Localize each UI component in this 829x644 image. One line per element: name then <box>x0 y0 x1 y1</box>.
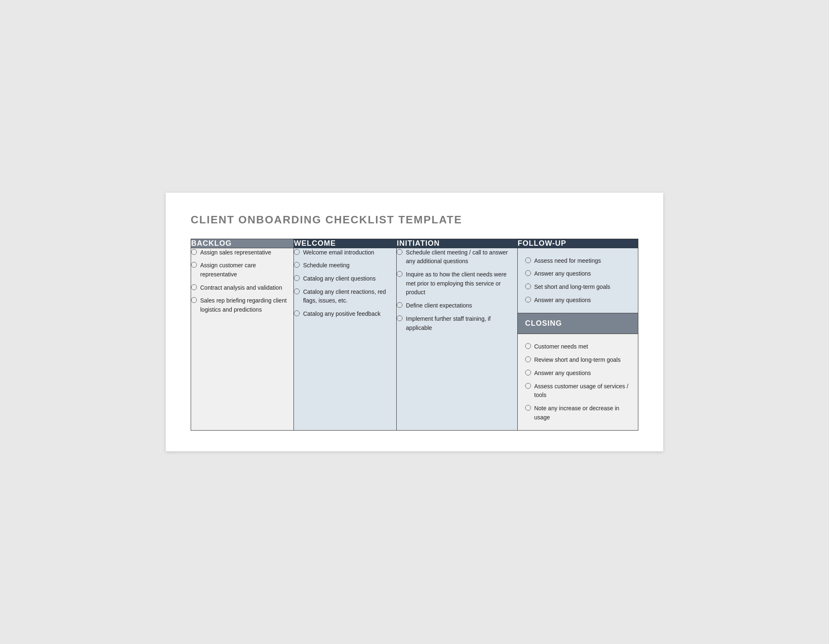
bullet-icon <box>191 262 197 268</box>
item-text: Review short and long-term goals <box>534 356 630 365</box>
bullet-icon <box>191 297 197 303</box>
bullet-icon <box>294 288 300 294</box>
bullet-icon <box>525 283 531 289</box>
list-item: Inquire as to how the client needs were … <box>397 270 517 297</box>
bullet-icon <box>397 315 402 321</box>
initiation-body: Schedule client meeting / call to answer… <box>397 248 517 431</box>
list-item: Answer any questions <box>525 269 630 278</box>
item-text: Implement further staff training, if app… <box>406 315 517 332</box>
item-text: Assign sales representative <box>200 248 293 257</box>
bullet-icon <box>294 310 300 316</box>
bullet-icon <box>191 284 197 290</box>
bullet-icon <box>294 262 300 268</box>
item-text: Answer any questions <box>534 269 630 278</box>
list-item: Catalog any positive feedback <box>294 310 396 319</box>
item-text: Schedule client meeting / call to answer… <box>406 248 517 266</box>
list-item: Welcome email introduction <box>294 248 396 257</box>
item-text: Catalog any positive feedback <box>303 310 396 319</box>
list-item: Customer needs met <box>525 342 630 351</box>
closing-list: Customer needs metReview short and long-… <box>525 342 630 422</box>
header-row: BACKLOG WELCOME INITIATION FOLLOW-UP <box>191 239 638 248</box>
bullet-icon <box>294 249 300 255</box>
followup-header: FOLLOW-UP <box>517 239 638 248</box>
initiation-header: INITIATION <box>397 239 517 248</box>
backlog-list: Assign sales representativeAssign custom… <box>191 248 293 315</box>
item-text: Set short and long-term goals <box>534 283 630 292</box>
bullet-icon <box>525 356 531 362</box>
list-item: Implement further staff training, if app… <box>397 315 517 332</box>
list-item: Assign sales representative <box>191 248 293 257</box>
page-container: CLIENT ONBOARDING CHECKLIST TEMPLATE BAC… <box>166 193 663 452</box>
list-item: Catalog any client questions <box>294 274 396 283</box>
welcome-header: WELCOME <box>294 239 397 248</box>
bullet-icon <box>397 302 402 308</box>
bullet-icon <box>525 383 531 389</box>
item-text: Define client expectations <box>406 301 517 310</box>
bullet-icon <box>525 257 531 263</box>
list-item: Note any increase or decrease in usage <box>525 404 630 422</box>
bullet-icon <box>525 297 531 303</box>
bullet-icon <box>397 249 402 255</box>
list-item: Set short and long-term goals <box>525 283 630 292</box>
item-text: Assess need for meetings <box>534 257 630 266</box>
followup-section: Assess need for meetingsAnswer any quest… <box>518 248 638 314</box>
list-item: Catalog any client reactions, red flags,… <box>294 288 396 305</box>
list-item: Answer any questions <box>525 369 630 378</box>
list-item: Sales rep briefing regarding client logi… <box>191 296 293 314</box>
item-text: Answer any questions <box>534 296 630 305</box>
page-title: CLIENT ONBOARDING CHECKLIST TEMPLATE <box>191 213 638 226</box>
bullet-icon <box>525 370 531 375</box>
item-text: Inquire as to how the client needs were … <box>406 270 517 297</box>
backlog-body: Assign sales representativeAssign custom… <box>191 248 294 431</box>
backlog-header: BACKLOG <box>191 239 294 248</box>
list-item: Schedule client meeting / call to answer… <box>397 248 517 266</box>
followup-closing-cell: Assess need for meetingsAnswer any quest… <box>517 248 638 431</box>
list-item: Answer any questions <box>525 296 630 305</box>
bullet-icon <box>525 270 531 276</box>
list-item: Assign customer care representative <box>191 261 293 279</box>
item-text: Assess customer usage of services / tool… <box>534 382 630 400</box>
welcome-list: Welcome email introductionSchedule meeti… <box>294 248 396 319</box>
item-text: Catalog any client reactions, red flags,… <box>303 288 396 305</box>
item-text: Note any increase or decrease in usage <box>534 404 630 422</box>
item-text: Assign customer care representative <box>200 261 293 279</box>
bullet-icon <box>294 275 300 281</box>
list-item: Assess customer usage of services / tool… <box>525 382 630 400</box>
bullet-icon <box>525 405 531 411</box>
content-row: Assign sales representativeAssign custom… <box>191 248 638 431</box>
list-item: Review short and long-term goals <box>525 356 630 365</box>
closing-header-label: CLOSING <box>518 313 638 334</box>
list-item: Contract analysis and validation <box>191 283 293 293</box>
bullet-icon <box>191 249 197 255</box>
list-item: Assess need for meetings <box>525 257 630 266</box>
followup-list: Assess need for meetingsAnswer any quest… <box>525 257 630 305</box>
welcome-body: Welcome email introductionSchedule meeti… <box>294 248 397 431</box>
item-text: Contract analysis and validation <box>200 283 293 293</box>
item-text: Welcome email introduction <box>303 248 396 257</box>
bullet-icon <box>525 343 531 349</box>
list-item: Schedule meeting <box>294 261 396 270</box>
closing-body: Customer needs metReview short and long-… <box>518 334 638 430</box>
checklist-table: BACKLOG WELCOME INITIATION FOLLOW-UP Ass… <box>191 239 638 431</box>
item-text: Answer any questions <box>534 369 630 378</box>
item-text: Customer needs met <box>534 342 630 351</box>
initiation-list: Schedule client meeting / call to answer… <box>397 248 517 333</box>
bullet-icon <box>397 271 402 277</box>
followup-body: Assess need for meetingsAnswer any quest… <box>518 248 638 313</box>
item-text: Sales rep briefing regarding client logi… <box>200 296 293 314</box>
item-text: Catalog any client questions <box>303 274 396 283</box>
item-text: Schedule meeting <box>303 261 396 270</box>
list-item: Define client expectations <box>397 301 517 310</box>
